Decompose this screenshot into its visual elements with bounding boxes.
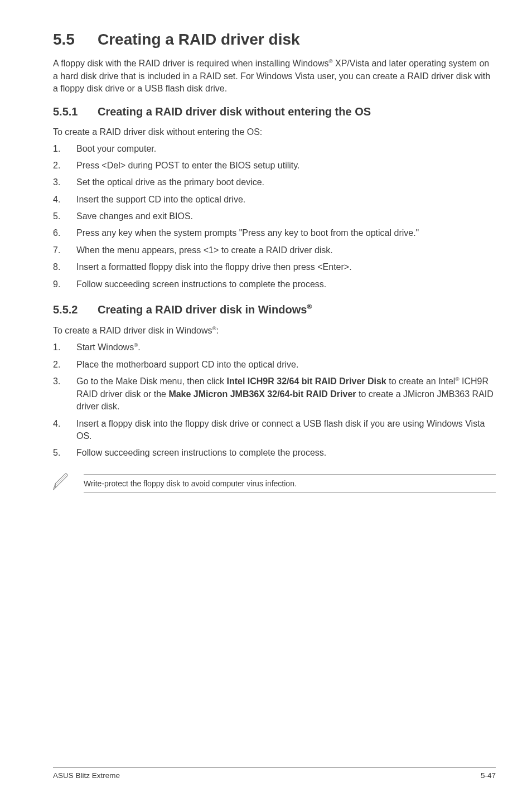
item-text: Follow succeeding screen instructions to… <box>76 279 326 289</box>
text: Start Windows <box>76 342 134 352</box>
list-item: 4.Insert the support CD into the optical… <box>53 194 496 206</box>
pencil-icon <box>50 472 71 495</box>
footer-left: ASUS Blitz Extreme <box>53 771 120 780</box>
section-heading: 5.5Creating a RAID driver disk <box>53 31 496 49</box>
item-text: Boot your computer. <box>76 144 156 153</box>
section-number: 5.5 <box>53 31 98 49</box>
item-number: 1. <box>53 143 60 155</box>
list-item: 2.Place the motherboard support CD into … <box>53 359 496 371</box>
list-item: 2.Press <Del> during POST to enter the B… <box>53 160 496 172</box>
lead-text: To create a RAID driver disk in Windows®… <box>53 325 496 336</box>
page-footer: ASUS Blitz Extreme 5-47 <box>53 767 496 780</box>
item-number: 5. <box>53 447 60 459</box>
ordered-list: 1.Start Windows®. 2.Place the motherboar… <box>53 341 496 460</box>
item-text: Insert a floppy disk into the floppy dis… <box>76 419 485 441</box>
list-item: 4.Insert a floppy disk into the floppy d… <box>53 418 496 443</box>
subsection-number: 5.5.1 <box>53 105 98 118</box>
item-number: 8. <box>53 261 60 273</box>
list-item: 3.Set the optical drive as the primary b… <box>53 176 496 189</box>
registered-mark: ® <box>328 58 332 64</box>
list-item: 5.Follow succeeding screen instructions … <box>53 447 496 459</box>
list-item: 5.Save changes and exit BIOS. <box>53 210 496 223</box>
note-text: Write-protect the floppy disk to avoid c… <box>84 474 496 493</box>
list-item: 6.Press any key when the system prompts … <box>53 227 496 239</box>
item-text: Press <Del> during POST to enter the BIO… <box>76 161 300 170</box>
intro-paragraph: A floppy disk with the RAID driver is re… <box>53 57 496 95</box>
registered-mark: ® <box>307 303 312 311</box>
subsection-heading: 5.5.2Creating a RAID driver disk in Wind… <box>53 303 496 316</box>
list-item: 8.Insert a formatted floppy disk into th… <box>53 261 496 273</box>
text: To create a RAID driver disk in Windows <box>53 326 212 335</box>
item-number: 3. <box>53 375 60 388</box>
item-text: Follow succeeding screen instructions to… <box>76 448 326 457</box>
text: . <box>138 342 140 352</box>
item-number: 9. <box>53 278 60 291</box>
item-text: Set the optical drive as the primary boo… <box>76 177 264 187</box>
list-item: 1.Boot your computer. <box>53 143 496 155</box>
bold-text: Intel ICH9R 32/64 bit RAID Driver Disk <box>226 376 386 386</box>
list-item: 1.Start Windows®. <box>53 341 496 354</box>
list-item: 3.Go to the Make Disk menu, then click I… <box>53 375 496 413</box>
text: Creating a RAID driver disk in Windows <box>98 303 307 316</box>
subsection-heading: 5.5.1Creating a RAID driver disk without… <box>53 105 496 118</box>
item-number: 2. <box>53 160 60 172</box>
bold-text: Make JMicron JMB36X 32/64-bit RAID Drive… <box>168 389 356 399</box>
item-text: Save changes and exit BIOS. <box>76 211 193 221</box>
item-text: Go to the Make Disk menu, then click Int… <box>76 376 494 411</box>
item-number: 2. <box>53 359 60 371</box>
section-title: Creating a RAID driver disk <box>98 31 300 48</box>
list-item: 7.When the menu appears, press <1> to cr… <box>53 244 496 257</box>
subsection-title: Creating a RAID driver disk in Windows® <box>98 303 312 316</box>
item-text: Start Windows®. <box>76 342 141 352</box>
item-number: 4. <box>53 194 60 206</box>
item-text: Press any key when the system prompts "P… <box>76 228 419 238</box>
note-callout: Write-protect the floppy disk to avoid c… <box>50 472 496 495</box>
subsection-number: 5.5.2 <box>53 303 98 316</box>
svg-line-0 <box>56 475 66 484</box>
text: A floppy disk with the RAID driver is re… <box>53 59 328 68</box>
item-number: 1. <box>53 341 60 354</box>
item-text: Insert a formatted floppy disk into the … <box>76 262 352 272</box>
item-number: 7. <box>53 244 60 257</box>
text: Go to the Make Disk menu, then click <box>76 376 226 386</box>
lead-text: To create a RAID driver disk without ent… <box>53 127 496 137</box>
footer-right: 5-47 <box>481 771 496 780</box>
item-number: 5. <box>53 210 60 223</box>
list-item: 9.Follow succeeding screen instructions … <box>53 278 496 291</box>
subsection-title: Creating a RAID driver disk without ente… <box>98 105 371 118</box>
item-number: 6. <box>53 227 60 239</box>
ordered-list: 1.Boot your computer. 2.Press <Del> duri… <box>53 143 496 291</box>
text: : <box>216 326 219 335</box>
registered-mark: ® <box>212 325 216 331</box>
text: to create an Intel <box>386 376 456 386</box>
item-text: When the menu appears, press <1> to crea… <box>76 245 333 255</box>
item-number: 3. <box>53 176 60 189</box>
item-text: Insert the support CD into the optical d… <box>76 195 245 204</box>
item-number: 4. <box>53 418 60 430</box>
item-text: Place the motherboard support CD into th… <box>76 360 298 369</box>
